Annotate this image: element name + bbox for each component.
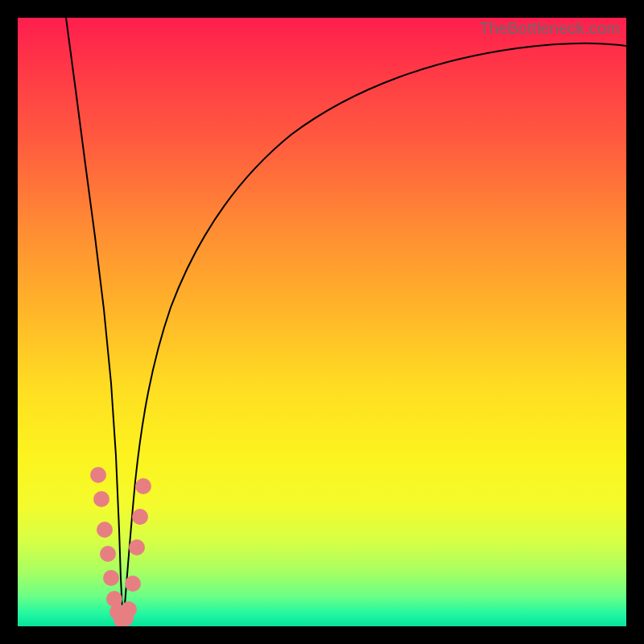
plot-area: TheBottleneck.com [18, 18, 626, 626]
chart-frame: TheBottleneck.com [0, 0, 644, 644]
curve-left [66, 18, 123, 626]
curve-right [123, 43, 626, 626]
data-marker [129, 539, 145, 555]
data-marker [132, 509, 148, 525]
data-marker [135, 478, 151, 494]
data-marker [90, 467, 106, 483]
data-marker [97, 522, 113, 538]
data-marker [121, 601, 137, 617]
data-marker [93, 491, 109, 507]
data-marker [125, 576, 141, 592]
chart-svg [18, 18, 626, 626]
data-marker [100, 546, 116, 562]
data-marker [103, 570, 119, 586]
